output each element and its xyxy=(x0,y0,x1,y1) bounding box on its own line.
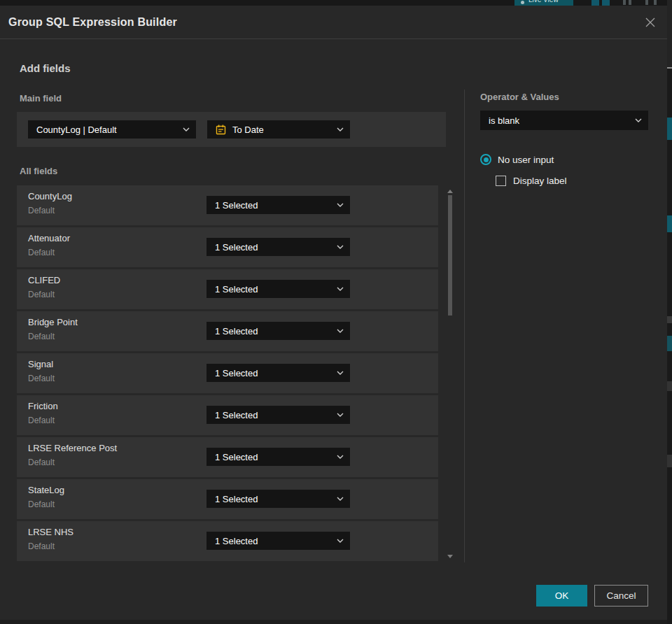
field-variant: Default xyxy=(28,248,55,257)
toolbar-fragment-icon xyxy=(654,0,657,5)
field-selection-value: 1 Selected xyxy=(215,242,258,253)
no-user-input-label: No user input xyxy=(498,155,554,165)
field-name: Signal xyxy=(28,359,53,369)
field-name: Attenuator xyxy=(28,233,70,243)
close-icon xyxy=(644,16,657,29)
scrollbar-down-arrow-icon[interactable] xyxy=(447,555,453,558)
field-selection-dropdown[interactable]: 1 Selected xyxy=(206,280,350,298)
dialog-title: Group SQL Expression Builder xyxy=(8,6,177,39)
toolbar-fragment-icon xyxy=(629,0,631,5)
panel-divider xyxy=(464,90,465,562)
field-name: StateLog xyxy=(28,485,64,495)
field-variant: Default xyxy=(28,290,55,299)
chevron-down-icon xyxy=(183,127,190,132)
main-field-date-value: To Date xyxy=(232,125,264,135)
field-selection-dropdown[interactable]: 1 Selected xyxy=(206,448,350,466)
operator-values-heading: Operator & Values xyxy=(480,92,559,102)
field-name: LRSE NHS xyxy=(28,527,74,537)
toolbar-fragment-icon xyxy=(645,0,648,5)
main-field-select-value: CountyLog | Default xyxy=(36,125,117,135)
chevron-down-icon xyxy=(337,497,344,501)
field-row-signal: Signal Default 1 Selected xyxy=(17,353,438,393)
live-view-button: Live View xyxy=(514,0,573,6)
operator-select[interactable]: is blank xyxy=(480,111,648,130)
chevron-down-icon xyxy=(337,371,344,375)
scrollbar-up-arrow-icon[interactable] xyxy=(447,190,453,193)
field-selection-value: 1 Selected xyxy=(215,410,258,420)
field-selection-value: 1 Selected xyxy=(215,284,258,295)
chevron-down-icon xyxy=(337,329,344,333)
field-name: Bridge Point xyxy=(28,317,78,327)
toolbar-fragment-icon xyxy=(592,0,599,6)
live-view-dot-icon xyxy=(521,1,524,4)
background-app-top-strip: Live View xyxy=(0,0,672,6)
all-fields-heading: All fields xyxy=(20,166,57,176)
main-field-date-select[interactable]: To Date xyxy=(207,120,350,139)
field-selection-dropdown[interactable]: 1 Selected xyxy=(206,490,350,508)
scrollbar-thumb[interactable] xyxy=(448,195,452,315)
field-selection-dropdown[interactable]: 1 Selected xyxy=(206,322,350,340)
dialog-titlebar: Group SQL Expression Builder xyxy=(0,6,667,39)
field-selection-value: 1 Selected xyxy=(215,494,258,504)
chevron-down-icon xyxy=(337,245,344,249)
cancel-button[interactable]: Cancel xyxy=(594,585,648,607)
field-row-countylog: CountyLog Default 1 Selected xyxy=(17,185,438,225)
field-row-lrse-nhs: LRSE NHS Default 1 Selected xyxy=(17,521,438,561)
checkbox-unchecked-icon xyxy=(496,176,506,186)
field-variant: Default xyxy=(28,541,55,551)
radio-selected-icon xyxy=(480,154,491,165)
chevron-down-icon xyxy=(337,127,344,132)
field-name: Friction xyxy=(28,401,58,411)
field-selection-dropdown[interactable]: 1 Selected xyxy=(206,532,350,550)
toolbar-fragment-icon xyxy=(623,0,626,5)
field-row-statelog: StateLog Default 1 Selected xyxy=(17,479,438,519)
field-variant: Default xyxy=(28,206,55,215)
field-variant: Default xyxy=(28,458,55,467)
field-name: LRSE Reference Post xyxy=(28,443,117,453)
chevron-down-icon xyxy=(635,118,642,122)
calendar-icon xyxy=(216,125,226,135)
field-selection-dropdown[interactable]: 1 Selected xyxy=(206,196,350,214)
field-selection-dropdown[interactable]: 1 Selected xyxy=(206,238,350,256)
field-name: CountyLog xyxy=(28,191,72,201)
field-row-lrse-reference-post: LRSE Reference Post Default 1 Selected xyxy=(17,437,438,477)
group-sql-expression-builder-dialog: Group SQL Expression Builder Add fields … xyxy=(0,6,667,620)
field-selection-value: 1 Selected xyxy=(215,368,258,378)
background-app-right-strip xyxy=(667,0,672,624)
field-selection-value: 1 Selected xyxy=(215,536,258,546)
toolbar-fragment-icon xyxy=(602,0,610,6)
field-selection-dropdown[interactable]: 1 Selected xyxy=(206,406,350,424)
display-label-checkbox[interactable]: Display label xyxy=(496,176,567,186)
main-field-heading: Main field xyxy=(20,93,62,104)
operator-select-value: is blank xyxy=(489,115,519,126)
field-variant: Default xyxy=(28,374,55,383)
chevron-down-icon xyxy=(337,455,344,459)
field-selection-value: 1 Selected xyxy=(215,200,258,211)
all-fields-list: CountyLog Default 1 Selected Attenuator … xyxy=(17,185,438,563)
no-user-input-radio[interactable]: No user input xyxy=(480,154,554,165)
field-name: CLIFED xyxy=(28,275,60,285)
field-row-clifed: CLIFED Default 1 Selected xyxy=(17,269,438,309)
close-button[interactable] xyxy=(643,15,658,30)
chevron-down-icon xyxy=(337,287,344,291)
field-row-bridge-point: Bridge Point Default 1 Selected xyxy=(17,311,438,351)
display-label-label: Display label xyxy=(513,176,567,186)
live-view-label: Live View xyxy=(528,0,559,5)
main-field-panel: CountyLog | Default To Date xyxy=(17,112,446,147)
add-fields-heading: Add fields xyxy=(20,62,71,74)
field-variant: Default xyxy=(28,499,55,509)
field-variant: Default xyxy=(28,416,55,425)
chevron-down-icon xyxy=(337,539,344,543)
chevron-down-icon xyxy=(337,203,344,207)
main-field-select[interactable]: CountyLog | Default xyxy=(28,120,196,139)
field-selection-dropdown[interactable]: 1 Selected xyxy=(206,364,350,382)
field-selection-value: 1 Selected xyxy=(215,326,258,336)
chevron-down-icon xyxy=(337,413,344,417)
ok-button[interactable]: OK xyxy=(536,585,587,607)
field-selection-value: 1 Selected xyxy=(215,452,258,462)
fields-list-scrollbar[interactable] xyxy=(447,185,453,561)
field-row-friction: Friction Default 1 Selected xyxy=(17,395,438,435)
field-row-attenuator: Attenuator Default 1 Selected xyxy=(17,227,438,267)
field-variant: Default xyxy=(28,332,55,341)
